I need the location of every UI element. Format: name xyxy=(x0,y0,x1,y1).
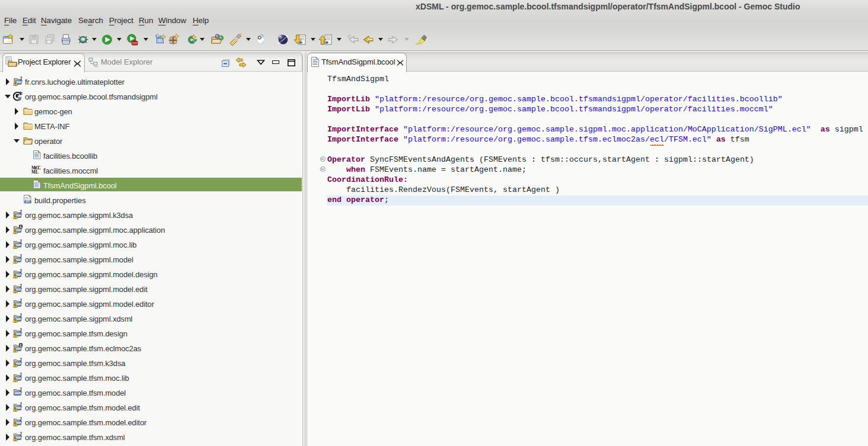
svg-text:Gr: Gr xyxy=(155,33,162,39)
